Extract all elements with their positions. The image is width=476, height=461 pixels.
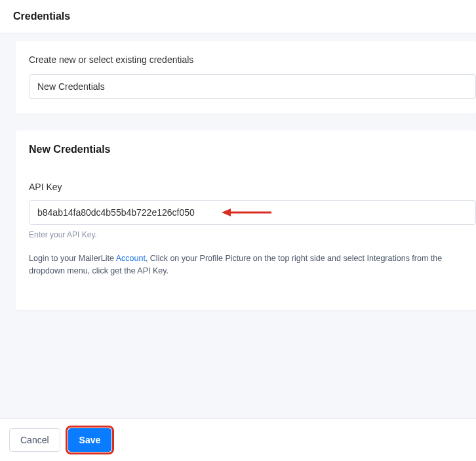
form-title: New Credentials [29, 144, 476, 155]
apikey-input[interactable] [29, 200, 476, 225]
credentials-select[interactable] [29, 74, 476, 99]
select-credentials-card: Create new or select existing credential… [16, 41, 476, 113]
modal-header: Credentials [0, 0, 476, 33]
apikey-label: API Key [29, 182, 476, 192]
new-credentials-card: New Credentials API Key Enter your API K… [16, 130, 476, 310]
help-prefix: Login to your MailerLite [29, 254, 116, 263]
modal-footer: Cancel Save [0, 418, 476, 461]
modal-content: Create new or select existing credential… [0, 33, 476, 310]
select-credentials-label: Create new or select existing credential… [29, 54, 476, 65]
account-link[interactable]: Account [116, 254, 146, 263]
help-text: Login to your MailerLite Account, Click … [29, 252, 476, 277]
save-button[interactable]: Save [68, 428, 112, 452]
cancel-button[interactable]: Cancel [9, 428, 60, 452]
page-title: Credentials [13, 10, 463, 22]
apikey-hint: Enter your API Key. [29, 230, 476, 239]
